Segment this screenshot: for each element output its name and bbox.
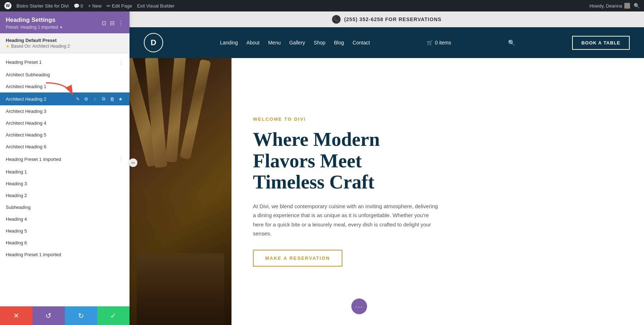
panel-header: Heading Settings Preset: Heading 1 impor… [0, 11, 130, 33]
preset-label: Heading 4 [6, 216, 27, 222]
panel-expand-icon[interactable]: ⊡ [102, 20, 106, 27]
nav-link-gallery[interactable]: Gallery [289, 40, 305, 46]
settings-preset-icon[interactable]: ⚙ [83, 96, 89, 102]
preset-item-architect-heading-1[interactable]: Architect Heading 1 [0, 81, 130, 92]
site-logo[interactable]: D [144, 33, 163, 52]
preset-label: Heading 3 [6, 181, 27, 186]
preset-item-heading-2[interactable]: Heading 2 [0, 190, 130, 201]
nav-links: LandingAboutMenuGalleryShopBlogContact [220, 40, 370, 46]
nav-link-landing[interactable]: Landing [220, 40, 238, 46]
preset-more-icon[interactable]: ⋮ [118, 59, 124, 66]
hero-image [130, 58, 231, 325]
book-table-button[interactable]: BOOK A TABLE [572, 36, 630, 50]
preset-label: Architect Heading 1 [6, 84, 46, 89]
panel-more-icon[interactable]: ⋮ [118, 20, 124, 27]
save-button[interactable]: ✓ [97, 306, 130, 325]
edit-page-link[interactable]: ✏ Edit Page [107, 3, 132, 9]
default-preset-section: Heading Default Preset ★ Based On: Archi… [0, 33, 130, 53]
undo-button[interactable]: ↺ [33, 306, 65, 325]
preset-item-heading-4[interactable]: Heading 4 [0, 213, 130, 225]
default-preset-label: Heading Default Preset [6, 38, 124, 43]
based-on-label: ★ Based On: Architect Heading 2 [6, 44, 124, 49]
phone-icon: 📞 [332, 15, 341, 24]
chevron-down-icon: ▼ [59, 25, 63, 29]
search-icon[interactable]: 🔍 [508, 39, 515, 46]
cancel-button[interactable]: ✕ [0, 306, 33, 325]
preset-actions: ✎⚙↑⧉🗑★ [74, 96, 124, 102]
preset-item-architect-subheading[interactable]: Architect Subheading [0, 69, 130, 81]
preset-label: Architect Subheading [6, 72, 50, 77]
admin-bar: W Bistro Starter Site for Divi 💬 0 + New… [0, 0, 644, 11]
preset-label: Heading Preset 1 imported [6, 252, 61, 257]
nav-link-menu[interactable]: Menu [268, 40, 280, 46]
preset-item-heading-6[interactable]: Heading 6 [0, 237, 130, 249]
site-topbar: 📞 (255) 352-6258 FOR RESERVATIONS [130, 11, 644, 27]
bottom-toolbar: ✕ ↺ ↻ ✓ [0, 306, 130, 325]
preset-item-heading-preset-1-imported[interactable]: Heading Preset 1 imported⋮ [0, 153, 130, 166]
preset-item-heading-5[interactable]: Heading 5 [0, 225, 130, 237]
welcome-text: WELCOME TO DIVI [253, 116, 623, 122]
preset-label: Heading 1 [6, 169, 27, 175]
preset-more-icon[interactable]: ⋮ [118, 156, 124, 163]
panel-subtitle[interactable]: Preset: Heading 1 imported ▼ [6, 25, 63, 30]
site-nav: D LandingAboutMenuGalleryShopBlogContact… [130, 27, 644, 58]
user-avatar [624, 3, 630, 9]
preset-label: Architect Heading 2 [6, 96, 46, 102]
star-icon: ★ [6, 44, 10, 49]
comments-link[interactable]: 💬 0 [74, 3, 83, 9]
resize-handle[interactable]: ↔ [129, 158, 137, 167]
copy-preset-icon[interactable]: ⧉ [100, 96, 107, 102]
preset-item-heading-preset-1-imported-2[interactable]: Heading Preset 1 imported [0, 249, 130, 261]
preset-item-architect-heading-4[interactable]: Architect Heading 4 [0, 117, 130, 129]
hero-content: WELCOME TO DIVI Where Modern Flavors Mee… [231, 58, 644, 325]
star-preset-icon[interactable]: ★ [117, 96, 124, 102]
admin-search-icon[interactable]: 🔍 [634, 3, 640, 9]
upload-preset-icon[interactable]: ↑ [92, 96, 98, 102]
preset-item-architect-heading-3[interactable]: Architect Heading 3 [0, 105, 130, 117]
preset-label: Architect Heading 4 [6, 120, 46, 126]
preset-item-heading-preset-1[interactable]: Heading Preset 1⋮ [0, 56, 130, 69]
preset-item-architect-heading-5[interactable]: Architect Heading 5 [0, 129, 130, 141]
nav-link-shop[interactable]: Shop [314, 40, 326, 46]
preset-label: Architect Heading 5 [6, 132, 46, 138]
heading-settings-panel: Heading Settings Preset: Heading 1 impor… [0, 11, 130, 325]
preset-item-heading-1[interactable]: Heading 1 [0, 166, 130, 178]
hero-section: WELCOME TO DIVI Where Modern Flavors Mee… [130, 58, 644, 325]
exit-builder-link[interactable]: Exit Visual Builder [137, 3, 175, 9]
panel-title: Heading Settings [6, 16, 63, 24]
site-name-link[interactable]: Bistro Starter Site for Divi [16, 3, 69, 9]
preset-label: Architect Heading 3 [6, 109, 46, 114]
nav-link-blog[interactable]: Blog [334, 40, 344, 46]
delete-preset-icon[interactable]: 🗑 [109, 96, 115, 102]
howdy-label: Howdy, Deanna [589, 3, 630, 9]
nav-link-contact[interactable]: Contact [353, 40, 370, 46]
hero-heading: Where Modern Flavors Meet Timeless Craft [253, 129, 623, 193]
cart-count: 0 items [435, 40, 451, 46]
nav-link-about[interactable]: About [247, 40, 260, 46]
preset-label: Architect Heading 6 [6, 144, 46, 149]
make-reservation-button[interactable]: MAKE A RESERVATION [253, 250, 342, 267]
phone-number: (255) 352-6258 FOR RESERVATIONS [344, 16, 441, 22]
new-link[interactable]: + New [88, 3, 102, 9]
preset-item-architect-heading-2[interactable]: Architect Heading 2✎⚙↑⧉🗑★ [0, 92, 130, 105]
three-dots-area: ··· [351, 298, 367, 314]
edit-preset-icon[interactable]: ✎ [74, 96, 81, 102]
site-preview: 📞 (255) 352-6258 FOR RESERVATIONS D Land… [130, 11, 644, 325]
hero-description: At Divi, we blend contemporary cuisine w… [253, 202, 439, 238]
preset-item-heading-3[interactable]: Heading 3 [0, 178, 130, 190]
cart-icon-area[interactable]: 🛒 0 items [427, 40, 451, 46]
redo-button[interactable]: ↻ [65, 306, 97, 325]
preset-item-architect-heading-6[interactable]: Architect Heading 6 [0, 141, 130, 153]
presets-list: Heading Preset 1⋮Architect SubheadingArc… [0, 53, 130, 306]
preset-item-subheading[interactable]: Subheading [0, 201, 130, 213]
preset-label: Heading 5 [6, 228, 27, 234]
preset-label: Subheading [6, 205, 30, 210]
preset-label: Heading 6 [6, 240, 27, 245]
wp-logo[interactable]: W [4, 2, 11, 9]
preset-label: Heading Preset 1 [6, 59, 42, 65]
preset-label: Heading Preset 1 imported [6, 157, 61, 162]
panel-columns-icon[interactable]: ⊟ [110, 20, 114, 27]
preset-label: Heading 2 [6, 193, 27, 198]
three-dots-button[interactable]: ··· [351, 298, 367, 314]
